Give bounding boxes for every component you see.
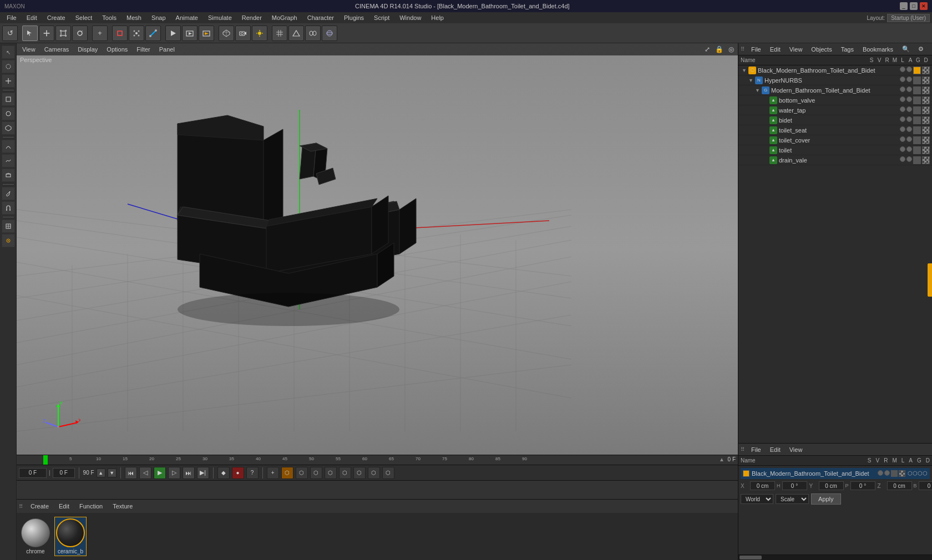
horizontal-scrollbar[interactable]	[738, 554, 932, 560]
left-tool-snap[interactable]	[2, 234, 15, 247]
edge-mode-button[interactable]	[145, 26, 161, 41]
camera-button[interactable]	[235, 26, 251, 41]
maximize-button[interactable]: □	[910, 2, 918, 10]
rotate-tool-button[interactable]	[72, 26, 88, 41]
timeline-btn1[interactable]: +	[267, 467, 279, 479]
obj-swatch2[interactable]	[913, 77, 921, 84]
go-to-end2-button[interactable]: ▶|	[197, 467, 209, 479]
timeline-btn9[interactable]: ⬡	[382, 467, 394, 479]
move-tool-button[interactable]	[39, 26, 54, 41]
select-tool-button[interactable]	[22, 26, 38, 41]
vp-menu-options[interactable]: Options	[103, 45, 131, 54]
vp-icon-lock[interactable]: 🔒	[713, 44, 725, 54]
stereo-button[interactable]	[305, 26, 321, 41]
menu-file[interactable]: File	[2, 13, 21, 22]
apply-button[interactable]: Apply	[811, 493, 841, 505]
go-to-end-button[interactable]: ⏭	[183, 467, 195, 479]
timeline-btn2[interactable]: ⬡	[281, 467, 293, 479]
mat-menu-edit[interactable]: Edit	[54, 502, 74, 511]
vp-menu-view[interactable]: View	[19, 45, 39, 54]
obj-swatch-b[interactable]	[913, 116, 921, 124]
obj-color-swatch[interactable]	[913, 67, 921, 74]
key-add-button[interactable]: ◆	[217, 467, 230, 479]
obj-menu-edit[interactable]: Edit	[767, 45, 784, 54]
obj-menu-file[interactable]: File	[748, 45, 764, 54]
attr-space-dropdown[interactable]: World Object	[741, 494, 773, 504]
obj-swatch-tc[interactable]	[913, 136, 921, 144]
left-tool-paint[interactable]	[2, 187, 15, 200]
obj-row-bidet[interactable]: ▲ bidet	[738, 115, 932, 125]
environment-button[interactable]	[322, 26, 337, 41]
obj-checker-tc[interactable]	[922, 136, 930, 144]
close-button[interactable]: ✕	[920, 2, 928, 10]
mat-menu-function[interactable]: Function	[75, 502, 107, 511]
obj-vis-dot3[interactable]	[900, 86, 905, 92]
obj-swatch-bv[interactable]	[913, 96, 921, 104]
obj-ren-t[interactable]	[906, 146, 912, 152]
step-back-button[interactable]: ◁	[139, 467, 151, 479]
vp-menu-panel[interactable]: Panel	[156, 45, 178, 54]
help-button[interactable]: ?	[246, 467, 259, 479]
menu-character[interactable]: Character	[303, 13, 338, 22]
obj-menu-view[interactable]: View	[786, 45, 806, 54]
menu-mograph[interactable]: MoGraph	[267, 13, 302, 22]
attr-z-pos-input[interactable]	[887, 481, 912, 490]
vp-icon-expand[interactable]: ⤢	[703, 44, 712, 54]
obj-vis-dot2[interactable]	[900, 77, 905, 82]
obj-swatch-t[interactable]	[913, 146, 921, 154]
left-tool-polygon[interactable]	[2, 121, 15, 135]
window-controls[interactable]: _ □ ✕	[900, 2, 928, 10]
attr-mode-dropdown[interactable]: Scale Move Rotate	[776, 494, 809, 504]
obj-vis-b[interactable]	[900, 116, 905, 122]
render-button[interactable]	[165, 26, 181, 41]
scale-tool-button[interactable]	[55, 26, 71, 41]
obj-ren-b[interactable]	[906, 116, 912, 122]
object-mode-button[interactable]	[112, 26, 128, 41]
timeline-ruler[interactable]: 0 5 10 15 20 25 30 35 40 45 50 55 60 65 …	[17, 455, 738, 465]
obj-vis-tc[interactable]	[900, 136, 905, 142]
obj-vis-dot[interactable]	[900, 67, 905, 72]
end-frame-up[interactable]: ▲	[97, 469, 105, 477]
obj-row-toilet-seat[interactable]: ▲ toilet_seat	[738, 125, 932, 135]
obj-checker-bv[interactable]	[922, 96, 930, 104]
grid-button[interactable]	[272, 26, 287, 41]
obj-search-icon[interactable]: 🔍	[899, 44, 913, 54]
menu-create[interactable]: Create	[43, 13, 70, 22]
attr-x-pos-input[interactable]	[750, 481, 775, 490]
left-tool-move[interactable]	[2, 74, 15, 88]
obj-ren-wt[interactable]	[906, 106, 912, 112]
left-tool-box[interactable]	[2, 93, 15, 106]
obj-vis-ts[interactable]	[900, 126, 905, 132]
obj-row-root[interactable]: ▼ ⬡ Black_Modern_Bathroom_Toilet_and_Bid…	[738, 65, 932, 75]
timeline-btn3[interactable]: ⬡	[296, 467, 308, 479]
play-button[interactable]: ▶	[154, 467, 166, 479]
obj-checker-dv[interactable]	[922, 156, 930, 164]
menu-script[interactable]: Script	[369, 13, 394, 22]
timeline-btn4[interactable]: ⬡	[310, 467, 322, 479]
obj-setting-icon[interactable]: ⚙	[915, 44, 927, 54]
obj-row-toilet-cover[interactable]: ▲ toilet_cover	[738, 135, 932, 145]
obj-menu-tags[interactable]: Tags	[838, 45, 857, 54]
menu-animate[interactable]: Animate	[171, 13, 202, 22]
obj-menu-bookmarks[interactable]: Bookmarks	[859, 45, 896, 54]
interactive-render-button[interactable]	[199, 26, 214, 41]
left-tool-deform[interactable]	[2, 169, 15, 182]
obj-checker2[interactable]	[922, 77, 930, 84]
obj-ren-ts[interactable]	[906, 126, 912, 132]
obj-checker-b[interactable]	[922, 116, 930, 124]
side-tab[interactable]	[928, 263, 932, 297]
vp-menu-display[interactable]: Display	[74, 45, 101, 54]
obj-swatch3[interactable]	[913, 86, 921, 94]
obj-row-drain-vale[interactable]: ▲ drain_vale	[738, 155, 932, 165]
obj-ren-bv[interactable]	[906, 96, 912, 102]
minimize-button[interactable]: _	[900, 2, 908, 10]
vp-icon-solo[interactable]: ◎	[727, 44, 736, 54]
menu-edit[interactable]: Edit	[22, 13, 42, 22]
attr-menu-edit[interactable]: Edit	[767, 445, 784, 454]
attr-h-input[interactable]	[782, 481, 807, 490]
material-chrome[interactable]: chrome	[21, 518, 50, 554]
obj-row-bottom-valve[interactable]: ▲ bottom_valve	[738, 95, 932, 105]
vp-menu-cameras[interactable]: Cameras	[41, 45, 73, 54]
light-button[interactable]	[252, 26, 267, 41]
undo-button[interactable]: ↺	[2, 26, 18, 41]
